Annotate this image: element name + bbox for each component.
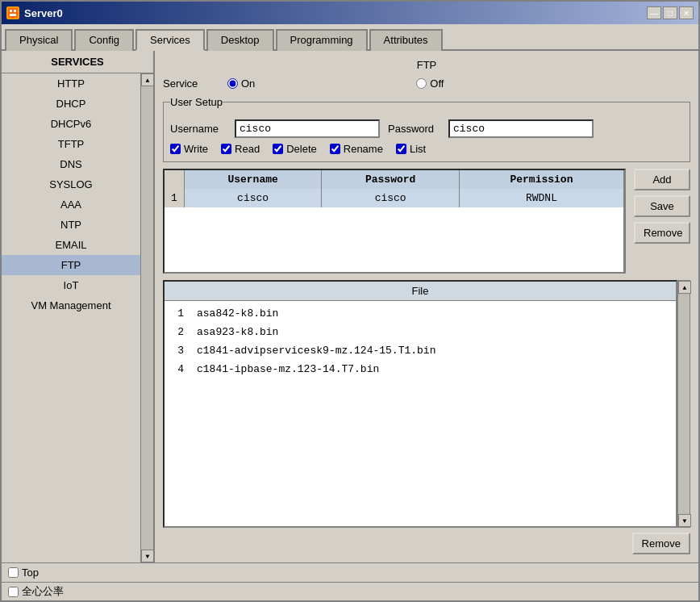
remove-row: Remove <box>163 533 690 554</box>
sidebar: SERVICES HTTP DHCP DHCPv6 TFTP DNS SYSLO… <box>2 51 155 562</box>
checkbox-write[interactable]: Write <box>170 143 208 155</box>
file-section: File 1 asa842-k8.bin 2 asa923-k8.bin <box>163 280 677 528</box>
svg-rect-0 <box>8 8 18 18</box>
scrollbar-track[interactable] <box>141 86 153 550</box>
top-label: Top <box>22 566 39 579</box>
ftp-title: FTP <box>163 59 690 71</box>
second-checkbox-label[interactable]: 全心公率 <box>8 584 64 599</box>
tab-services[interactable]: Services <box>135 29 205 51</box>
radio-off-input[interactable] <box>416 78 427 89</box>
tab-config[interactable]: Config <box>74 29 134 51</box>
users-table-section: Username Password Permission 1 cisco cis… <box>163 169 690 274</box>
checkbox-list[interactable]: List <box>396 143 426 155</box>
bottom-bar: Top <box>2 562 698 582</box>
col-password: Password <box>322 170 460 189</box>
username-input[interactable] <box>235 119 380 138</box>
user-buttons: Add Save Remove <box>634 169 690 274</box>
svg-rect-2 <box>14 10 16 12</box>
remove-file-button[interactable]: Remove <box>632 533 690 554</box>
permissions-row: Write Read Delete Rename <box>170 143 683 155</box>
file-item-3[interactable]: 3 c1841-advipservicesk9-mz.124-15.T1.bin <box>171 341 669 360</box>
checkbox-write-input[interactable] <box>170 144 181 154</box>
title-bar-left: Server0 <box>6 6 63 19</box>
tab-attributes[interactable]: Attributes <box>369 29 443 51</box>
maximize-button[interactable]: □ <box>663 6 677 19</box>
sidebar-item-email[interactable]: EMAIL <box>2 235 140 255</box>
title-bar: Server0 — □ ✕ <box>2 2 698 24</box>
row-password: cisco <box>322 189 460 207</box>
sidebar-list: HTTP DHCP DHCPv6 TFTP DNS SYSLOG AAA NTP… <box>2 73 140 562</box>
file-scroll-track[interactable] <box>678 294 690 514</box>
sidebar-scrollbar[interactable]: ▲ ▼ <box>140 73 153 562</box>
file-item-4[interactable]: 4 c1841-ipbase-mz.123-14.T7.bin <box>171 360 669 378</box>
sidebar-item-iot[interactable]: IoT <box>2 275 140 295</box>
checkbox-delete-input[interactable] <box>273 144 283 154</box>
sidebar-item-tftp[interactable]: TFTP <box>2 134 140 154</box>
add-button[interactable]: Add <box>634 169 690 190</box>
sidebar-item-vm-management[interactable]: VM Management <box>2 295 140 316</box>
row-permission: RWDNL <box>459 189 623 207</box>
password-input[interactable] <box>448 119 594 138</box>
sidebar-header: SERVICES <box>2 51 153 73</box>
service-row: Service On Off <box>163 77 690 90</box>
service-label: Service <box>163 77 211 90</box>
radio-group: On Off <box>227 77 690 90</box>
file-header: File <box>165 282 676 301</box>
tab-programming[interactable]: Programming <box>276 29 368 51</box>
tab-physical[interactable]: Physical <box>5 29 73 51</box>
remove-user-button[interactable]: Remove <box>634 222 690 244</box>
table-row[interactable]: 1 cisco cisco RWDNL <box>165 189 624 207</box>
file-scroll-up[interactable]: ▲ <box>678 281 691 294</box>
tab-desktop[interactable]: Desktop <box>206 29 274 51</box>
users-table-container: Username Password Permission 1 cisco cis… <box>163 169 626 274</box>
scrollbar-down[interactable]: ▼ <box>141 550 153 562</box>
file-scrollbar[interactable]: ▲ ▼ <box>677 280 690 528</box>
checkbox-rename-input[interactable] <box>330 144 340 154</box>
main-window: Server0 — □ ✕ Physical Config Services D… <box>0 0 700 602</box>
radio-on-input[interactable] <box>227 78 238 89</box>
file-list: 1 asa842-k8.bin 2 asa923-k8.bin 3 c1841-… <box>165 301 676 526</box>
col-permission: Permission <box>459 170 623 189</box>
username-label: Username <box>170 123 227 135</box>
checkbox-delete[interactable]: Delete <box>273 143 317 155</box>
file-item-1[interactable]: 1 asa842-k8.bin <box>171 304 669 323</box>
svg-rect-3 <box>10 14 16 16</box>
user-setup-legend: User Setup <box>170 96 223 108</box>
title-controls: — □ ✕ <box>647 6 694 19</box>
checkbox-read[interactable]: Read <box>221 143 260 155</box>
sidebar-item-http[interactable]: HTTP <box>2 73 140 94</box>
radio-off[interactable]: Off <box>416 77 444 90</box>
file-scroll-down[interactable]: ▼ <box>678 514 691 527</box>
file-section-outer: File 1 asa842-k8.bin 2 asa923-k8.bin <box>163 280 690 554</box>
checkbox-list-input[interactable] <box>396 144 406 154</box>
close-button[interactable]: ✕ <box>679 6 694 19</box>
top-checkbox[interactable] <box>8 567 19 578</box>
sidebar-item-aaa[interactable]: AAA <box>2 194 140 215</box>
save-button[interactable]: Save <box>634 195 690 217</box>
main-content: SERVICES HTTP DHCP DHCPv6 TFTP DNS SYSLO… <box>2 51 698 562</box>
second-checkbox[interactable] <box>8 587 19 597</box>
file-item-2[interactable]: 2 asa923-k8.bin <box>171 323 669 341</box>
svg-rect-1 <box>10 10 12 12</box>
checkbox-read-input[interactable] <box>221 144 231 154</box>
ftp-panel: FTP Service On Off <box>155 51 698 562</box>
checkbox-rename[interactable]: Rename <box>330 143 383 155</box>
scrollbar-up[interactable]: ▲ <box>141 73 153 86</box>
radio-on[interactable]: On <box>227 77 255 90</box>
minimize-button[interactable]: — <box>647 6 661 19</box>
sidebar-item-syslog[interactable]: SYSLOG <box>2 174 140 194</box>
sidebar-item-dns[interactable]: DNS <box>2 154 140 174</box>
col-num <box>165 170 184 189</box>
sidebar-item-dhcpv6[interactable]: DHCPv6 <box>2 114 140 134</box>
password-label: Password <box>388 123 440 135</box>
sidebar-item-ntp[interactable]: NTP <box>2 215 140 235</box>
row-num: 1 <box>165 189 184 207</box>
top-checkbox-label[interactable]: Top <box>8 566 39 579</box>
users-table: Username Password Permission 1 cisco cis… <box>165 170 624 272</box>
window-title: Server0 <box>24 7 63 19</box>
tab-bar: Physical Config Services Desktop Program… <box>2 24 698 51</box>
form-row-username: Username Password <box>170 119 683 138</box>
row-username: cisco <box>184 189 322 207</box>
sidebar-item-dhcp[interactable]: DHCP <box>2 94 140 114</box>
sidebar-item-ftp[interactable]: FTP <box>2 255 140 275</box>
